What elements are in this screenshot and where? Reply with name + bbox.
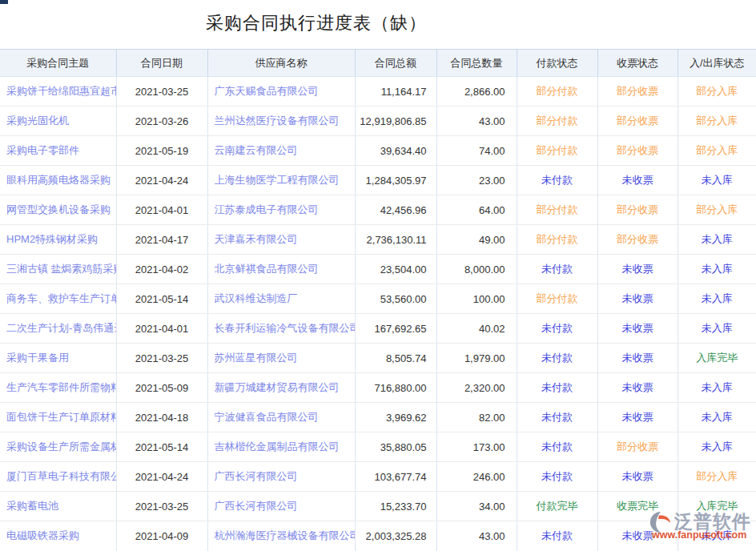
supplier-link-text[interactable]: 江苏泰成电子有限公司 — [215, 203, 355, 217]
supplier-link[interactable]: 吉林楷伦金属制品有限公司 — [207, 432, 355, 462]
contract-subject-link[interactable]: 网管型交换机设备采购 — [0, 195, 116, 225]
contract-subject-link[interactable]: 二次生产计划-青岛伟通达 — [0, 314, 116, 344]
supplier-link[interactable]: 天津嘉禾有限公司 — [207, 225, 355, 255]
contract-subject-link-text[interactable]: 二次生产计划-青岛伟通达 — [6, 321, 116, 336]
contract-subject-link-text[interactable]: 采购电子零部件 — [6, 143, 116, 158]
supplier-link[interactable]: 新疆万城建材贸易有限公司 — [207, 373, 355, 403]
invoice-status-text: 未收票 — [622, 263, 653, 275]
stock-status-text: 未入库 — [702, 263, 733, 275]
supplier-link[interactable]: 杭州瀚海医疗器械设备有限公司 — [207, 521, 355, 551]
payment-status-text: 部分付款 — [537, 115, 578, 127]
supplier-link-text[interactable]: 吉林楷伦金属制品有限公司 — [215, 440, 355, 454]
supplier-link-text[interactable]: 上海生物医学工程有限公司 — [215, 173, 355, 187]
supplier-link-text[interactable]: 天津嘉禾有限公司 — [215, 232, 355, 247]
contract-date: 2021-04-01 — [116, 314, 207, 344]
contract-subject-link-text[interactable]: 商务车、救护车生产订单 — [6, 292, 116, 306]
contract-total-qty: 64.00 — [436, 195, 517, 225]
contract-total-amount-text: 12,919,806.85 — [356, 115, 427, 127]
contract-subject-link[interactable]: 采购光固化机 — [0, 107, 116, 136]
contract-subject-link[interactable]: 三湘古镇 盐焗素鸡筋采购 — [0, 255, 116, 284]
contract-subject-link-text[interactable]: 电磁吸铁器采购 — [6, 529, 116, 543]
contract-total-qty-text: 2,320.00 — [437, 382, 505, 394]
payment-status: 未付款 — [517, 314, 597, 344]
supplier-link-text[interactable]: 广西长河有限公司 — [215, 499, 355, 513]
contract-subject-link[interactable]: 生产汽车零部件所需物料 — [0, 373, 116, 403]
contract-subject-link[interactable]: 采购设备生产所需金属材料 — [0, 432, 116, 462]
payment-status-text: 部分付款 — [537, 144, 578, 156]
invoice-status: 未收票 — [597, 314, 678, 344]
contract-subject-link-text[interactable]: 三湘古镇 盐焗素鸡筋采购 — [6, 262, 116, 276]
invoice-status: 未收票 — [597, 284, 678, 314]
stock-status: 部分入库 — [678, 462, 756, 492]
contract-subject-link-text[interactable]: 采购饼干给绵阳惠宜超市 — [6, 84, 116, 99]
invoice-status-text: 未收票 — [622, 381, 653, 393]
supplier-link-text[interactable]: 长春开利运输冷气设备有限公司 — [215, 321, 355, 336]
supplier-link-text[interactable]: 武汉科维达制造厂 — [215, 292, 355, 306]
supplier-link[interactable]: 云南建云有限公司 — [207, 136, 355, 166]
supplier-link-text[interactable]: 苏州蓝星有限公司 — [215, 351, 355, 365]
stock-status-text: 未入库 — [702, 292, 733, 304]
supplier-link-text[interactable]: 北京鲜祺食品有限公司 — [215, 262, 355, 276]
invoice-status-text: 部分收票 — [617, 203, 658, 215]
contract-subject-link[interactable]: HPM2特殊钢材采购 — [0, 225, 116, 255]
stock-status-text: 部分入库 — [696, 85, 738, 97]
payment-status-text: 部分付款 — [537, 233, 578, 245]
contract-subject-link-text[interactable]: 网管型交换机设备采购 — [6, 203, 116, 217]
contract-subject-link[interactable]: 电磁吸铁器采购 — [0, 521, 116, 551]
payment-status: 未付款 — [517, 521, 597, 551]
supplier-link[interactable]: 广西长河有限公司 — [207, 492, 355, 521]
supplier-link-text[interactable]: 广西长河有限公司 — [215, 469, 355, 484]
supplier-link[interactable]: 苏州蓝星有限公司 — [207, 344, 355, 373]
contract-subject-link[interactable]: 眼科用高频电烙器采购 — [0, 166, 116, 195]
contract-subject-link[interactable]: 面包饼干生产订单原材料 — [0, 403, 116, 432]
supplier-link[interactable]: 宁波健喜食品有限公司 — [207, 403, 355, 432]
contract-subject-link-text[interactable]: 采购蓄电池 — [6, 499, 116, 513]
contract-total-qty: 23.00 — [436, 166, 517, 195]
contract-subject-link-text[interactable]: 采购设备生产所需金属材料 — [6, 440, 116, 454]
supplier-link-text[interactable]: 新疆万城建材贸易有限公司 — [215, 380, 355, 395]
contract-subject-link-text[interactable]: 眼科用高频电烙器采购 — [6, 173, 116, 187]
payment-status: 付款完毕 — [517, 492, 597, 521]
contract-date-text: 2021-05-14 — [117, 441, 207, 453]
supplier-link[interactable]: 上海生物医学工程有限公司 — [207, 166, 355, 195]
supplier-link-text[interactable]: 兰州达然医疗设备有限公司 — [215, 114, 355, 128]
supplier-link-text[interactable]: 广东天赐食品有限公司 — [215, 84, 355, 99]
supplier-link-text[interactable]: 云南建云有限公司 — [215, 143, 355, 158]
invoice-status-text: 部分收票 — [617, 115, 658, 127]
invoice-status: 部分收票 — [597, 77, 678, 107]
supplier-link[interactable]: 长春开利运输冷气设备有限公司 — [207, 314, 355, 344]
contract-subject-link-text[interactable]: 厦门百草电子科技有限公司 — [6, 469, 116, 484]
supplier-link-text[interactable]: 宁波健喜食品有限公司 — [215, 410, 355, 424]
supplier-link[interactable]: 兰州达然医疗设备有限公司 — [207, 107, 355, 136]
contract-date-text: 2021-04-18 — [117, 412, 207, 424]
contract-total-amount-text: 53,560.00 — [356, 293, 427, 305]
column-header-4: 合同总数量 — [436, 50, 517, 77]
supplier-link[interactable]: 江苏泰成电子有限公司 — [207, 195, 355, 225]
contract-subject-link-text[interactable]: 采购干果备用 — [6, 351, 116, 365]
supplier-link[interactable]: 北京鲜祺食品有限公司 — [207, 255, 355, 284]
contract-subject-link[interactable]: 采购电子零部件 — [0, 136, 116, 166]
contract-subject-link-text[interactable]: HPM2特殊钢材采购 — [6, 232, 116, 247]
contract-subject-link[interactable]: 采购干果备用 — [0, 344, 116, 373]
report-page: 采购合同执行进度表（缺） 采购合同主题合同日期供应商名称合同总额合同总数量付款状… — [0, 0, 756, 551]
invoice-status-text: 部分收票 — [617, 440, 658, 452]
contract-total-qty: 8,000.00 — [436, 255, 517, 284]
contract-subject-link[interactable]: 商务车、救护车生产订单 — [0, 284, 116, 314]
contract-subject-link[interactable]: 采购蓄电池 — [0, 492, 116, 521]
payment-status-text: 未付款 — [541, 529, 573, 541]
supplier-link[interactable]: 广东天赐食品有限公司 — [207, 77, 355, 107]
contract-subject-link-text[interactable]: 面包饼干生产订单原材料 — [6, 410, 116, 424]
supplier-link[interactable]: 广西长河有限公司 — [207, 462, 355, 492]
contract-subject-link[interactable]: 厦门百草电子科技有限公司 — [0, 462, 116, 492]
contract-date-text: 2021-04-24 — [117, 175, 207, 187]
contract-total-qty-text: 246.00 — [437, 471, 505, 483]
payment-status-text: 付款完毕 — [537, 500, 578, 512]
supplier-link-text[interactable]: 杭州瀚海医疗器械设备有限公司 — [215, 529, 355, 543]
contract-total-qty-text: 49.00 — [437, 234, 505, 246]
progress-table: 采购合同主题合同日期供应商名称合同总额合同总数量付款状态收票状态入/出库状态 采… — [0, 49, 756, 551]
invoice-status-text: 部分收票 — [617, 144, 658, 156]
contract-subject-link[interactable]: 采购饼干给绵阳惠宜超市 — [0, 77, 116, 107]
supplier-link[interactable]: 武汉科维达制造厂 — [207, 284, 355, 314]
contract-subject-link-text[interactable]: 采购光固化机 — [6, 114, 116, 128]
contract-subject-link-text[interactable]: 生产汽车零部件所需物料 — [6, 380, 116, 395]
